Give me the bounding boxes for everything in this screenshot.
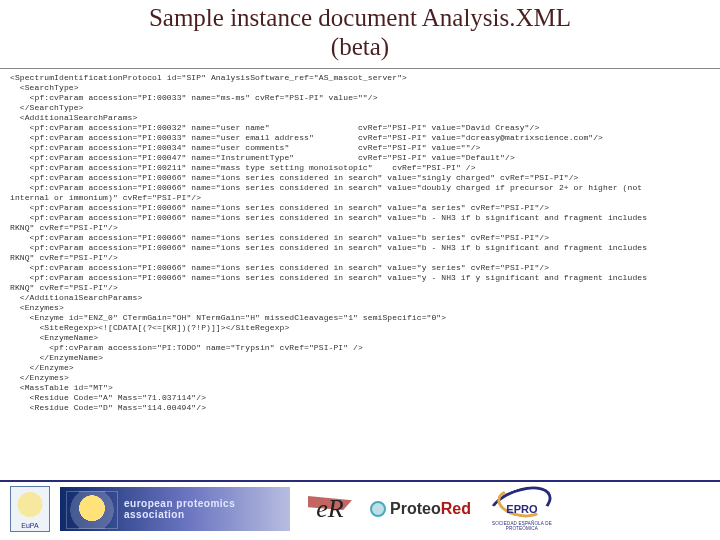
title-divider <box>0 68 720 69</box>
title-line-2: (beta) <box>331 33 389 60</box>
epro-logo: EPRO SOCIEDAD ESPAÑOLA DE PROTEÓMICA <box>481 487 563 531</box>
er-letters: eR <box>316 494 343 524</box>
proteored-dot-icon <box>370 501 386 517</box>
title-line-1: Sample instance document Analysis.XML <box>149 4 571 31</box>
proteored-pre: Proteo <box>390 500 441 517</box>
footer-logos: european proteomics association eR Prote… <box>0 486 720 534</box>
proteored-text: ProteoRed <box>390 500 471 518</box>
proteored-logo: ProteoRed <box>370 500 471 518</box>
proteored-red: Red <box>441 500 471 517</box>
footer-divider <box>0 480 720 482</box>
epro-label: EPRO <box>506 503 537 515</box>
er-logo: eR <box>300 488 360 530</box>
epa-banner-text: european proteomics association <box>124 498 290 520</box>
eupa-logo <box>10 486 50 532</box>
epa-banner-logo: european proteomics association <box>60 487 290 531</box>
xml-code-block: <SpectrumIdentificationProtocol id="SIP"… <box>0 73 720 413</box>
slide: Sample instance document Analysis.XML (b… <box>0 0 720 540</box>
page-title: Sample instance document Analysis.XML (b… <box>0 0 720 62</box>
epro-subtitle: SOCIEDAD ESPAÑOLA DE PROTEÓMICA <box>481 522 563 531</box>
